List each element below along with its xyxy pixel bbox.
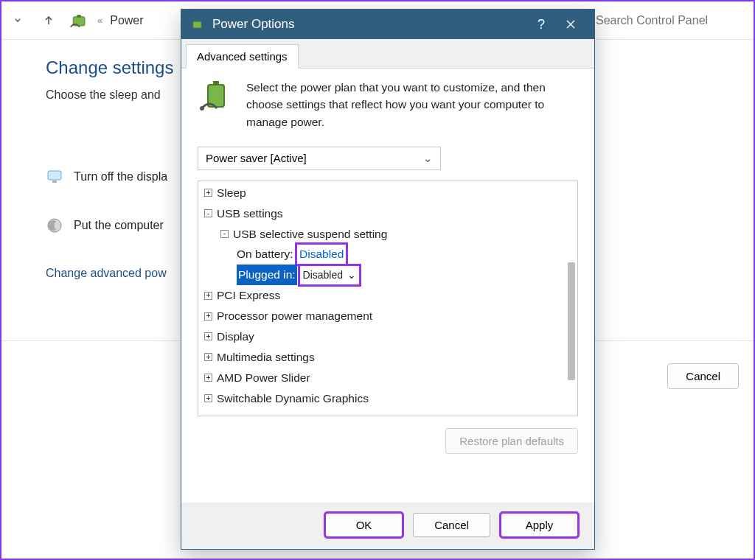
tree-node-multimedia[interactable]: +Multimedia settings <box>200 347 576 368</box>
tree-node-display[interactable]: +Display <box>200 326 576 347</box>
tree-node-processor-power[interactable]: +Processor power management <box>200 306 576 326</box>
back-button[interactable] <box>7 10 28 31</box>
titlebar[interactable]: Power Options ? <box>181 10 594 39</box>
tree-node-pci-express[interactable]: +PCI Express <box>200 285 576 306</box>
search-input[interactable] <box>593 10 748 32</box>
svg-rect-2 <box>48 171 61 180</box>
intro: Select the power plan that you want to c… <box>198 79 578 130</box>
svg-rect-3 <box>52 181 57 183</box>
collapse-icon[interactable]: - <box>204 209 212 217</box>
power-options-dialog: Power Options ? Advanced settings Select… <box>181 9 595 550</box>
expand-icon[interactable]: + <box>204 394 212 402</box>
battery-icon <box>69 10 90 31</box>
expand-icon[interactable]: + <box>204 312 212 321</box>
plan-select[interactable]: Power saver [Active] ⌄ <box>198 147 441 170</box>
dialog-buttons: OK Cancel Apply <box>181 503 594 549</box>
on-battery-value[interactable]: Disabled <box>296 244 347 265</box>
row-label: Turn off the displa <box>74 170 167 183</box>
breadcrumb-separator: « <box>97 15 102 26</box>
expand-icon[interactable]: + <box>204 189 212 197</box>
tab-advanced-settings[interactable]: Advanced settings <box>186 44 299 69</box>
svg-rect-6 <box>196 20 199 22</box>
svg-rect-1 <box>77 15 81 18</box>
apply-button[interactable]: Apply <box>501 513 578 537</box>
collapse-icon[interactable]: - <box>220 230 229 238</box>
expand-icon[interactable]: + <box>204 332 212 340</box>
plan-value: Power saver [Active] <box>206 152 307 164</box>
plugged-in-value: Disabled <box>303 266 343 284</box>
expand-icon[interactable]: + <box>204 353 212 361</box>
plugged-in-label: Plugged in: <box>237 265 297 285</box>
help-button[interactable]: ? <box>526 10 556 39</box>
row-label: Put the computer <box>74 219 164 232</box>
scrollbar-thumb[interactable] <box>568 262 575 380</box>
restore-defaults-button[interactable]: Restore plan defaults <box>445 428 578 454</box>
tabstrip: Advanced settings <box>181 39 594 69</box>
close-button[interactable] <box>556 10 585 39</box>
plugged-in-dropdown[interactable]: Disabled ⌄ <box>299 265 360 285</box>
svg-point-9 <box>200 106 204 111</box>
battery-plug-icon <box>198 79 233 114</box>
cancel-button[interactable]: Cancel <box>413 513 490 537</box>
svg-rect-5 <box>193 21 201 28</box>
svg-rect-8 <box>213 81 219 85</box>
expand-icon[interactable]: + <box>204 292 212 300</box>
monitor-icon <box>46 168 63 186</box>
breadcrumb[interactable]: « Power <box>69 10 144 31</box>
chevron-down-icon: ⌄ <box>423 152 433 165</box>
chevron-down-icon: ⌄ <box>347 266 356 284</box>
tree-value-plugged-in[interactable]: Plugged in: Disabled ⌄ <box>200 265 576 285</box>
tree-value-on-battery[interactable]: On battery: Disabled <box>200 244 576 265</box>
tree-node-usb-selective-suspend[interactable]: -USB selective suspend setting <box>200 224 576 245</box>
breadcrumb-item[interactable]: Power <box>110 14 143 27</box>
ok-button[interactable]: OK <box>325 513 403 537</box>
tree-node-usb-settings[interactable]: -USB settings <box>200 203 576 224</box>
up-button[interactable] <box>38 10 59 31</box>
tree-node-amd-power-slider[interactable]: +AMD Power Slider <box>200 368 576 388</box>
dialog-title: Power Options <box>212 17 526 32</box>
expand-icon[interactable]: + <box>204 374 212 382</box>
tab-body: Select the power plan that you want to c… <box>181 69 594 503</box>
cancel-button[interactable]: Cancel <box>667 363 739 389</box>
battery-icon <box>190 17 205 32</box>
tree-node-switchable-graphics[interactable]: +Switchable Dynamic Graphics <box>200 388 576 409</box>
page-footer: Cancel <box>667 363 739 389</box>
moon-icon <box>46 217 63 234</box>
tree-node-sleep[interactable]: +Sleep <box>200 183 576 203</box>
intro-text: Select the power plan that you want to c… <box>246 79 578 130</box>
on-battery-label: On battery: <box>237 244 293 265</box>
settings-tree[interactable]: +Sleep -USB settings -USB selective susp… <box>198 181 578 416</box>
